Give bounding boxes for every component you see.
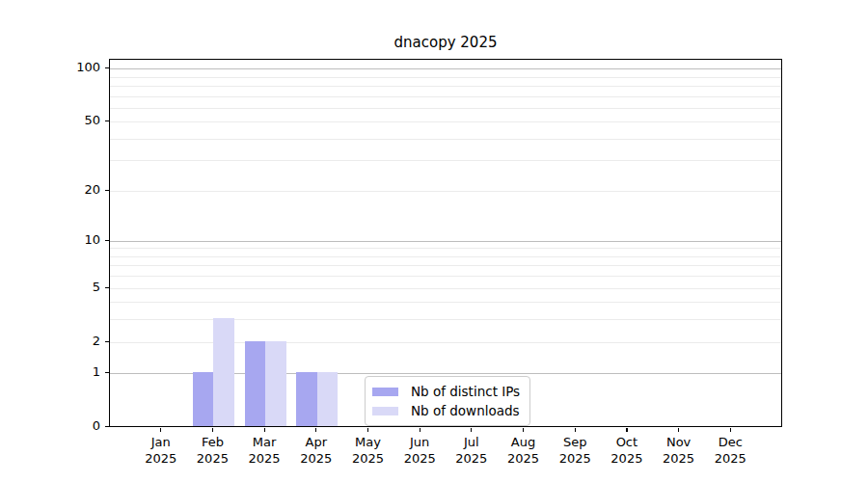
x-tick-mark-nov [678, 428, 679, 433]
x-tick-label-sep-2025: Sep 2025 [549, 434, 601, 467]
y-tick-mark-50 [105, 120, 110, 121]
y-tick-mark-5 [105, 287, 110, 288]
x-tick-label-apr-2025: Apr 2025 [290, 434, 342, 467]
x-tick-mark-feb [212, 428, 213, 433]
x-tick-label-jan-2025: Jan 2025 [135, 434, 187, 467]
bar-apr-downloads [317, 372, 339, 426]
legend-swatch-distinct-ips [372, 388, 398, 396]
plot-area: Nb of distinct IPs Nb of downloads [109, 59, 782, 427]
y-tick-label-1: 1 [54, 364, 100, 380]
y-tick-label-50: 50 [54, 113, 100, 128]
y-tick-mark-10 [105, 240, 110, 241]
y-tick-label-100: 100 [54, 60, 100, 75]
bar-feb-downloads [213, 318, 234, 426]
x-tick-label-mar-2025: Mar 2025 [238, 434, 290, 467]
y-tick-mark-0 [105, 426, 110, 427]
y-tick-label-10: 10 [54, 232, 100, 248]
legend-item-downloads: Nb of downloads [372, 403, 520, 418]
x-tick-mark-aug [523, 428, 524, 433]
x-tick-mark-sep [575, 428, 576, 433]
x-tick-label-nov-2025: Nov 2025 [653, 434, 705, 467]
bar-mar-downloads [265, 341, 286, 427]
x-tick-label-oct-2025: Oct 2025 [601, 434, 653, 467]
y-tick-mark-2 [105, 341, 110, 342]
legend: Nb of distinct IPs Nb of downloads [365, 376, 530, 426]
x-tick-label-jun-2025: Jun 2025 [393, 434, 446, 467]
legend-label-downloads: Nb of downloads [411, 403, 520, 418]
x-tick-mark-jul [471, 428, 472, 433]
x-tick-label-dec-2025: Dec 2025 [704, 434, 756, 467]
x-tick-label-may-2025: May 2025 [342, 434, 394, 467]
legend-item-distinct-ips: Nb of distinct IPs [372, 384, 520, 399]
x-tick-mark-mar [264, 428, 265, 433]
y-tick-mark-1 [105, 372, 110, 373]
x-tick-label-jul-2025: Jul 2025 [446, 434, 498, 467]
legend-label-distinct-ips: Nb of distinct IPs [411, 384, 520, 399]
y-tick-label-0: 0 [54, 418, 100, 434]
x-tick-label-aug-2025: Aug 2025 [498, 434, 550, 467]
x-tick-mark-oct [626, 428, 627, 433]
bar-feb-distinct-ips [193, 372, 214, 426]
chart-title: dnacopy 2025 [109, 34, 782, 51]
x-tick-mark-jun [420, 428, 420, 433]
bars-layer [110, 60, 781, 426]
y-tick-label-20: 20 [54, 182, 100, 198]
download-stats-figure: dnacopy 2025 Nb of distinct IPs Nb of do… [0, 0, 868, 482]
x-tick-mark-apr [315, 428, 316, 433]
bar-mar-distinct-ips [245, 341, 266, 427]
x-tick-mark-dec [730, 428, 731, 433]
bar-apr-distinct-ips [296, 372, 317, 426]
y-tick-label-2: 2 [54, 334, 100, 349]
x-tick-label-feb-2025: Feb 2025 [186, 434, 238, 467]
y-tick-label-5: 5 [54, 280, 100, 295]
legend-swatch-downloads [372, 407, 398, 415]
y-tick-mark-100 [105, 67, 110, 68]
x-tick-mark-may [367, 428, 368, 433]
y-tick-mark-20 [105, 190, 110, 191]
x-tick-mark-jan [160, 428, 161, 433]
